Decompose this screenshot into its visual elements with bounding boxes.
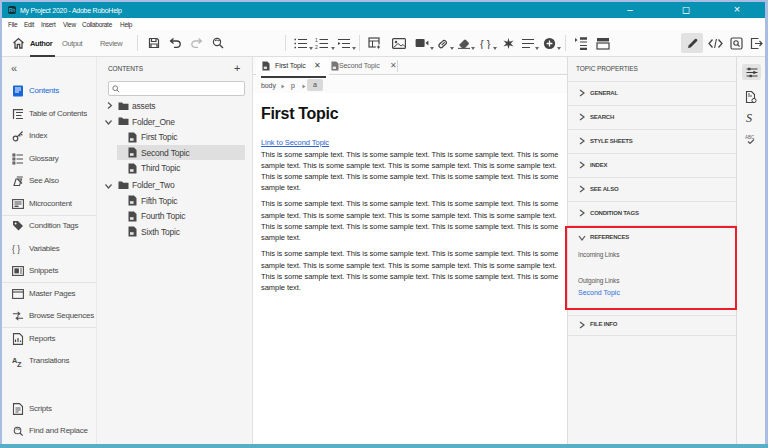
svg-text:1: 1 (315, 38, 318, 43)
svg-text:{ }: { } (12, 244, 20, 254)
svg-text:2: 2 (315, 44, 318, 49)
svg-text:{ }: { } (480, 38, 491, 50)
svg-text:Z: Z (17, 360, 22, 367)
